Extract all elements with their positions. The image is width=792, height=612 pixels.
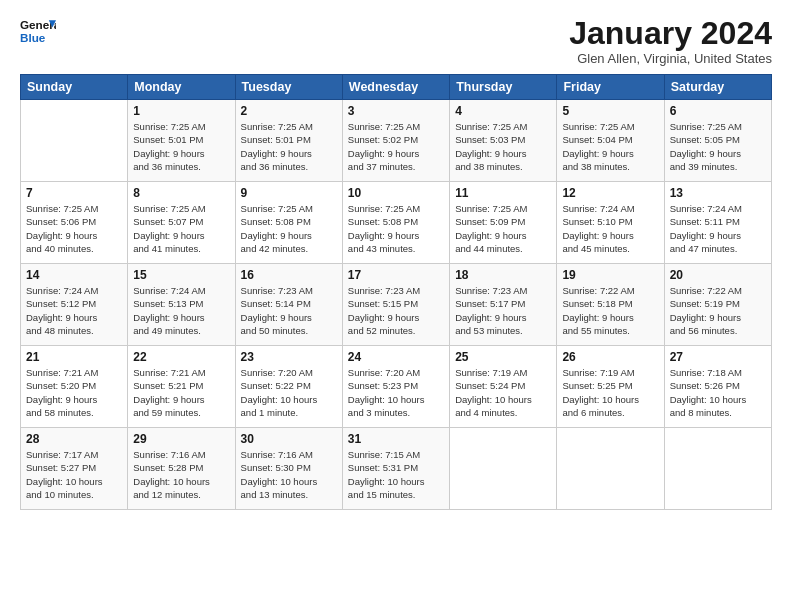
table-row (21, 100, 128, 182)
day-info: Sunrise: 7:21 AM Sunset: 5:21 PM Dayligh… (133, 366, 229, 419)
day-number: 8 (133, 186, 229, 200)
week-row-3: 21Sunrise: 7:21 AM Sunset: 5:20 PM Dayli… (21, 346, 772, 428)
week-row-1: 7Sunrise: 7:25 AM Sunset: 5:06 PM Daylig… (21, 182, 772, 264)
day-info: Sunrise: 7:25 AM Sunset: 5:08 PM Dayligh… (241, 202, 337, 255)
day-info: Sunrise: 7:19 AM Sunset: 5:24 PM Dayligh… (455, 366, 551, 419)
day-info: Sunrise: 7:20 AM Sunset: 5:22 PM Dayligh… (241, 366, 337, 419)
day-info: Sunrise: 7:24 AM Sunset: 5:11 PM Dayligh… (670, 202, 766, 255)
day-info: Sunrise: 7:23 AM Sunset: 5:15 PM Dayligh… (348, 284, 444, 337)
day-info: Sunrise: 7:25 AM Sunset: 5:04 PM Dayligh… (562, 120, 658, 173)
table-row: 2Sunrise: 7:25 AM Sunset: 5:01 PM Daylig… (235, 100, 342, 182)
day-info: Sunrise: 7:25 AM Sunset: 5:07 PM Dayligh… (133, 202, 229, 255)
day-number: 30 (241, 432, 337, 446)
table-row: 20Sunrise: 7:22 AM Sunset: 5:19 PM Dayli… (664, 264, 771, 346)
day-number: 3 (348, 104, 444, 118)
day-info: Sunrise: 7:17 AM Sunset: 5:27 PM Dayligh… (26, 448, 122, 501)
calendar-table: Sunday Monday Tuesday Wednesday Thursday… (20, 74, 772, 510)
day-number: 14 (26, 268, 122, 282)
day-number: 26 (562, 350, 658, 364)
day-info: Sunrise: 7:25 AM Sunset: 5:05 PM Dayligh… (670, 120, 766, 173)
week-row-4: 28Sunrise: 7:17 AM Sunset: 5:27 PM Dayli… (21, 428, 772, 510)
day-number: 31 (348, 432, 444, 446)
day-number: 28 (26, 432, 122, 446)
logo: General Blue (20, 16, 56, 46)
day-info: Sunrise: 7:25 AM Sunset: 5:01 PM Dayligh… (133, 120, 229, 173)
day-number: 9 (241, 186, 337, 200)
svg-text:General: General (20, 18, 56, 31)
day-info: Sunrise: 7:23 AM Sunset: 5:14 PM Dayligh… (241, 284, 337, 337)
table-row: 3Sunrise: 7:25 AM Sunset: 5:02 PM Daylig… (342, 100, 449, 182)
title-area: January 2024 Glen Allen, Virginia, Unite… (569, 16, 772, 66)
day-number: 21 (26, 350, 122, 364)
day-info: Sunrise: 7:19 AM Sunset: 5:25 PM Dayligh… (562, 366, 658, 419)
day-number: 18 (455, 268, 551, 282)
table-row: 12Sunrise: 7:24 AM Sunset: 5:10 PM Dayli… (557, 182, 664, 264)
day-number: 24 (348, 350, 444, 364)
table-row (664, 428, 771, 510)
day-number: 19 (562, 268, 658, 282)
location: Glen Allen, Virginia, United States (569, 51, 772, 66)
day-number: 13 (670, 186, 766, 200)
day-number: 25 (455, 350, 551, 364)
table-row: 23Sunrise: 7:20 AM Sunset: 5:22 PM Dayli… (235, 346, 342, 428)
table-row: 14Sunrise: 7:24 AM Sunset: 5:12 PM Dayli… (21, 264, 128, 346)
table-row: 7Sunrise: 7:25 AM Sunset: 5:06 PM Daylig… (21, 182, 128, 264)
header: General Blue January 2024 Glen Allen, Vi… (20, 16, 772, 66)
col-tuesday: Tuesday (235, 75, 342, 100)
table-row: 29Sunrise: 7:16 AM Sunset: 5:28 PM Dayli… (128, 428, 235, 510)
table-row: 18Sunrise: 7:23 AM Sunset: 5:17 PM Dayli… (450, 264, 557, 346)
table-row: 28Sunrise: 7:17 AM Sunset: 5:27 PM Dayli… (21, 428, 128, 510)
day-info: Sunrise: 7:15 AM Sunset: 5:31 PM Dayligh… (348, 448, 444, 501)
table-row: 30Sunrise: 7:16 AM Sunset: 5:30 PM Dayli… (235, 428, 342, 510)
day-info: Sunrise: 7:23 AM Sunset: 5:17 PM Dayligh… (455, 284, 551, 337)
table-row: 22Sunrise: 7:21 AM Sunset: 5:21 PM Dayli… (128, 346, 235, 428)
day-number: 20 (670, 268, 766, 282)
table-row: 5Sunrise: 7:25 AM Sunset: 5:04 PM Daylig… (557, 100, 664, 182)
table-row: 13Sunrise: 7:24 AM Sunset: 5:11 PM Dayli… (664, 182, 771, 264)
day-number: 23 (241, 350, 337, 364)
day-number: 4 (455, 104, 551, 118)
svg-text:Blue: Blue (20, 31, 46, 44)
day-info: Sunrise: 7:24 AM Sunset: 5:10 PM Dayligh… (562, 202, 658, 255)
header-row: Sunday Monday Tuesday Wednesday Thursday… (21, 75, 772, 100)
table-row: 6Sunrise: 7:25 AM Sunset: 5:05 PM Daylig… (664, 100, 771, 182)
table-row: 25Sunrise: 7:19 AM Sunset: 5:24 PM Dayli… (450, 346, 557, 428)
month-title: January 2024 (569, 16, 772, 51)
day-info: Sunrise: 7:16 AM Sunset: 5:28 PM Dayligh… (133, 448, 229, 501)
day-number: 27 (670, 350, 766, 364)
day-info: Sunrise: 7:22 AM Sunset: 5:19 PM Dayligh… (670, 284, 766, 337)
col-wednesday: Wednesday (342, 75, 449, 100)
day-info: Sunrise: 7:21 AM Sunset: 5:20 PM Dayligh… (26, 366, 122, 419)
day-number: 5 (562, 104, 658, 118)
day-info: Sunrise: 7:25 AM Sunset: 5:01 PM Dayligh… (241, 120, 337, 173)
day-number: 10 (348, 186, 444, 200)
day-number: 15 (133, 268, 229, 282)
week-row-2: 14Sunrise: 7:24 AM Sunset: 5:12 PM Dayli… (21, 264, 772, 346)
table-row: 31Sunrise: 7:15 AM Sunset: 5:31 PM Dayli… (342, 428, 449, 510)
table-row: 27Sunrise: 7:18 AM Sunset: 5:26 PM Dayli… (664, 346, 771, 428)
day-info: Sunrise: 7:24 AM Sunset: 5:13 PM Dayligh… (133, 284, 229, 337)
table-row: 15Sunrise: 7:24 AM Sunset: 5:13 PM Dayli… (128, 264, 235, 346)
week-row-0: 1Sunrise: 7:25 AM Sunset: 5:01 PM Daylig… (21, 100, 772, 182)
day-number: 29 (133, 432, 229, 446)
col-friday: Friday (557, 75, 664, 100)
day-info: Sunrise: 7:25 AM Sunset: 5:02 PM Dayligh… (348, 120, 444, 173)
day-info: Sunrise: 7:24 AM Sunset: 5:12 PM Dayligh… (26, 284, 122, 337)
table-row: 16Sunrise: 7:23 AM Sunset: 5:14 PM Dayli… (235, 264, 342, 346)
day-number: 2 (241, 104, 337, 118)
day-number: 17 (348, 268, 444, 282)
table-row: 10Sunrise: 7:25 AM Sunset: 5:08 PM Dayli… (342, 182, 449, 264)
table-row: 26Sunrise: 7:19 AM Sunset: 5:25 PM Dayli… (557, 346, 664, 428)
table-row: 9Sunrise: 7:25 AM Sunset: 5:08 PM Daylig… (235, 182, 342, 264)
day-number: 22 (133, 350, 229, 364)
day-info: Sunrise: 7:16 AM Sunset: 5:30 PM Dayligh… (241, 448, 337, 501)
day-info: Sunrise: 7:20 AM Sunset: 5:23 PM Dayligh… (348, 366, 444, 419)
day-info: Sunrise: 7:25 AM Sunset: 5:03 PM Dayligh… (455, 120, 551, 173)
day-info: Sunrise: 7:25 AM Sunset: 5:09 PM Dayligh… (455, 202, 551, 255)
table-row: 8Sunrise: 7:25 AM Sunset: 5:07 PM Daylig… (128, 182, 235, 264)
day-number: 7 (26, 186, 122, 200)
day-info: Sunrise: 7:18 AM Sunset: 5:26 PM Dayligh… (670, 366, 766, 419)
col-saturday: Saturday (664, 75, 771, 100)
table-row: 19Sunrise: 7:22 AM Sunset: 5:18 PM Dayli… (557, 264, 664, 346)
table-row: 17Sunrise: 7:23 AM Sunset: 5:15 PM Dayli… (342, 264, 449, 346)
